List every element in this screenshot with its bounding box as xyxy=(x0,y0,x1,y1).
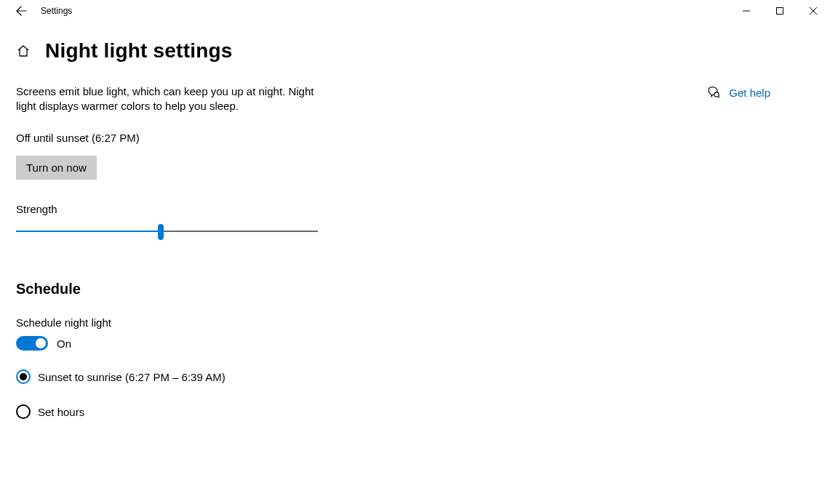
get-help-link[interactable]: Get help xyxy=(707,86,770,99)
radio-label: Set hours xyxy=(38,406,84,418)
radio-sunset-to-sunrise[interactable]: Sunset to sunrise (6:27 PM – 6:39 AM) xyxy=(16,369,423,384)
window-controls xyxy=(730,0,830,22)
slider-thumb[interactable] xyxy=(158,224,164,240)
minimize-icon xyxy=(743,7,750,15)
arrow-left-icon xyxy=(15,5,27,17)
page-header: Night light settings xyxy=(0,22,830,68)
maximize-icon xyxy=(776,7,783,15)
home-button[interactable] xyxy=(16,44,31,58)
svg-point-1 xyxy=(714,92,719,97)
slider-fill xyxy=(16,231,161,232)
help-icon xyxy=(707,86,720,99)
maximize-button[interactable] xyxy=(763,0,797,22)
page-title: Night light settings xyxy=(45,39,233,63)
radio-set-hours[interactable]: Set hours xyxy=(16,404,423,419)
side-column: Get help xyxy=(707,84,814,419)
minimize-button[interactable] xyxy=(730,0,763,22)
back-button[interactable] xyxy=(7,0,35,22)
radio-dot-icon xyxy=(20,373,27,380)
toggle-knob xyxy=(36,338,46,348)
radio-label: Sunset to sunrise (6:27 PM – 6:39 AM) xyxy=(38,371,226,383)
schedule-heading: Schedule xyxy=(16,281,423,297)
radio-indicator xyxy=(16,404,31,419)
get-help-label: Get help xyxy=(729,87,770,99)
close-button[interactable] xyxy=(797,0,830,22)
schedule-toggle[interactable] xyxy=(16,336,48,351)
turn-on-now-button[interactable]: Turn on now xyxy=(16,156,97,180)
window-titlebar: Settings xyxy=(0,0,830,22)
schedule-toggle-state: On xyxy=(57,337,71,350)
strength-label: Strength xyxy=(16,203,423,215)
schedule-toggle-label: Schedule night light xyxy=(16,316,423,329)
home-icon xyxy=(17,44,30,57)
radio-indicator xyxy=(16,369,31,384)
night-light-status: Off until sunset (6:27 PM) xyxy=(16,132,423,144)
main-column: Screens emit blue light, which can keep … xyxy=(16,84,423,419)
window-title: Settings xyxy=(41,6,72,16)
description-text: Screens emit blue light, which can keep … xyxy=(16,84,329,113)
close-icon xyxy=(810,7,817,15)
strength-slider[interactable] xyxy=(16,223,318,240)
svg-rect-0 xyxy=(777,8,783,15)
